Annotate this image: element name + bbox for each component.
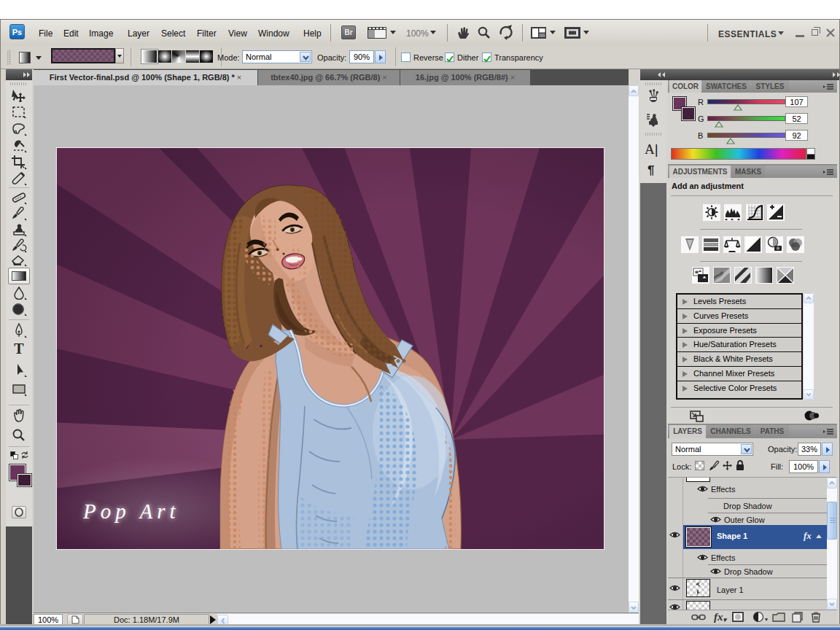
svg-text:Pop Art: Pop Art	[82, 499, 180, 523]
